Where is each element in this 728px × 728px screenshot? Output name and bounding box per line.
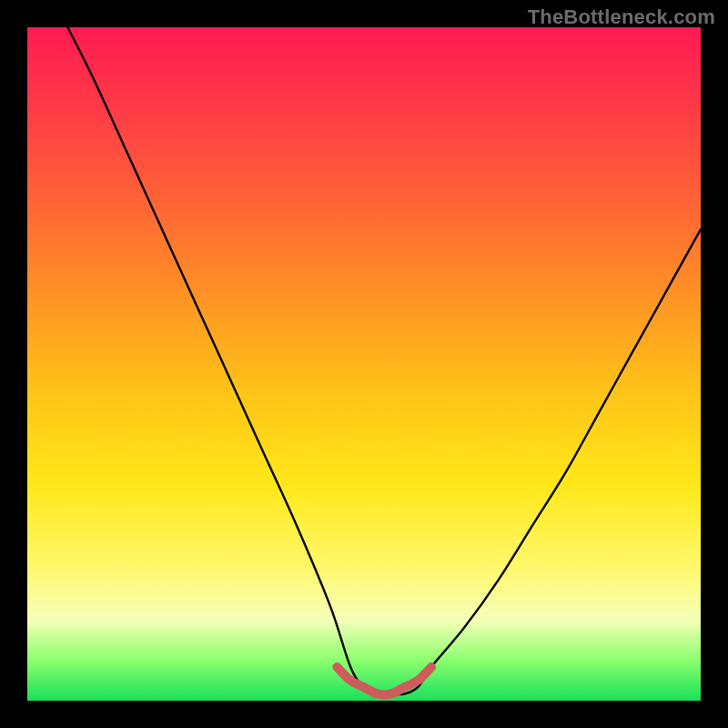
plot-area <box>27 27 701 701</box>
curve-layer <box>27 27 701 701</box>
watermark-text: TheBottleneck.com <box>528 5 715 29</box>
chart-frame: TheBottleneck.com <box>0 0 728 728</box>
bottleneck-curve <box>67 27 701 694</box>
